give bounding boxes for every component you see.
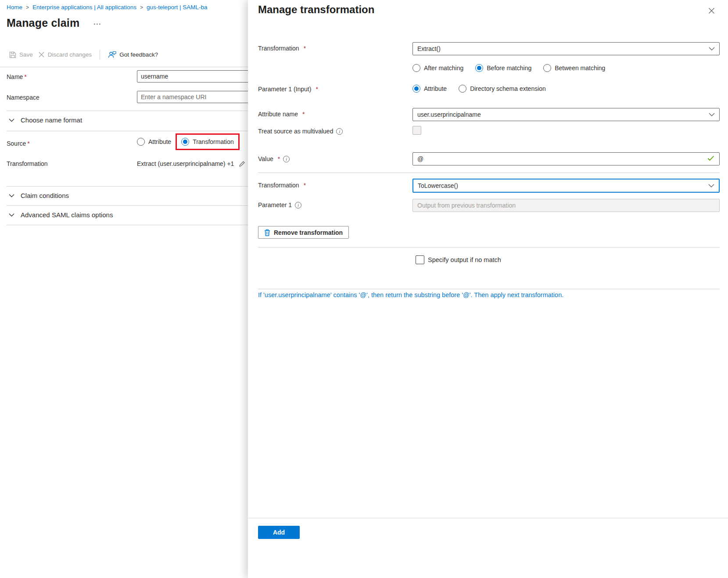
breadcrumb-current-app[interactable]: gus-teleport | SAML-ba [147, 4, 208, 11]
info-icon[interactable]: i [295, 202, 301, 208]
transformation-value: Extract (user.userprincipalname) +1 [137, 160, 245, 167]
edit-pencil-icon[interactable] [239, 161, 245, 167]
required-marker: * [302, 111, 305, 118]
claim-conditions-label: Claim conditions [21, 192, 69, 199]
source-radio-group: Attribute Transformation [137, 133, 240, 150]
transformation1-label: Transformation* [258, 45, 306, 52]
multivalued-checkbox[interactable] [412, 126, 421, 135]
app-root: Home > Enterprise applications | All app… [0, 0, 728, 578]
required-marker: * [24, 73, 26, 80]
info-icon[interactable]: i [283, 156, 290, 162]
discard-changes-button[interactable]: Discard changes [36, 50, 95, 60]
attribute-name-dropdown[interactable]: user.userprincipalname [412, 108, 720, 121]
after-matching-option[interactable]: After matching [412, 64, 463, 72]
radio-selected-icon[interactable] [475, 64, 483, 72]
divider [258, 172, 720, 173]
before-matching-option[interactable]: Before matching [475, 64, 531, 72]
source-option-attribute[interactable]: Attribute [137, 138, 171, 146]
advanced-saml-options-section[interactable]: Advanced SAML claims options [9, 211, 113, 219]
transformation-summary: If 'user.userprincipalname' contains '@'… [258, 291, 701, 298]
required-marker: * [316, 86, 318, 93]
matching-radio-group: After matching Before matching Between m… [412, 64, 605, 72]
required-marker: * [304, 182, 306, 189]
between-matching-option[interactable]: Between matching [543, 64, 605, 72]
discard-label: Discard changes [48, 51, 92, 58]
breadcrumb-enterprise-applications[interactable]: Enterprise applications | All applicatio… [32, 4, 136, 11]
attribute-option[interactable]: Attribute [412, 85, 447, 93]
breadcrumb-separator-icon: > [26, 4, 29, 11]
parameter1-field [412, 199, 720, 212]
choose-name-format-section[interactable]: Choose name format [9, 116, 82, 124]
divider [7, 186, 248, 187]
footer-divider [248, 518, 728, 518]
namespace-label: Namespace [7, 94, 39, 101]
divider [7, 205, 248, 206]
close-icon [708, 7, 715, 14]
required-marker: * [304, 45, 306, 52]
save-button[interactable]: Save [7, 50, 36, 60]
breadcrumb-home[interactable]: Home [7, 4, 22, 11]
transformation1-value: Extract() [417, 45, 709, 52]
close-panel-button[interactable] [706, 5, 717, 16]
source-transformation-label: Transformation [193, 138, 234, 145]
info-icon[interactable]: i [336, 128, 343, 135]
remove-transformation-button[interactable]: Remove transformation [258, 226, 349, 239]
value-field [412, 152, 720, 165]
attribute-option-label: Attribute [424, 85, 447, 92]
trash-icon [264, 229, 270, 236]
divider [258, 247, 720, 248]
radio-unselected-icon[interactable] [459, 85, 466, 93]
radio-selected-icon[interactable] [181, 138, 189, 146]
page-header: Manage claim ··· [7, 17, 101, 29]
value-input[interactable] [412, 152, 720, 165]
attribute-name-value: user.userprincipalname [417, 111, 709, 118]
chevron-down-icon [708, 184, 714, 188]
chevron-down-icon [709, 47, 715, 51]
directory-schema-extension-option[interactable]: Directory schema extension [459, 85, 546, 93]
command-bar: Save Discard changes Got feedback? [7, 49, 161, 60]
advanced-saml-options-label: Advanced SAML claims options [21, 211, 113, 219]
divider [0, 67, 248, 67]
claim-conditions-section[interactable]: Claim conditions [9, 192, 69, 199]
required-marker: * [278, 155, 280, 162]
transformation2-dropdown[interactable]: ToLowercase() [412, 179, 720, 193]
highlight-red-box: Transformation [176, 133, 240, 150]
breadcrumb-separator-icon: > [140, 4, 143, 11]
breadcrumb: Home > Enterprise applications | All app… [7, 4, 208, 11]
got-feedback-button[interactable]: Got feedback? [105, 49, 161, 60]
divider [7, 111, 248, 111]
source-option-transformation[interactable]: Transformation [181, 138, 234, 146]
radio-unselected-icon[interactable] [412, 64, 420, 72]
context-menu-button[interactable]: ··· [93, 20, 101, 29]
parameter1-input-label: Parameter 1 (Input)* [258, 86, 318, 93]
required-marker: * [27, 140, 29, 147]
value-label: Value* i [258, 155, 290, 162]
panel-title: Manage transformation [258, 4, 374, 16]
source-attribute-label: Attribute [148, 138, 171, 145]
choose-name-format-label: Choose name format [21, 116, 82, 124]
page-title: Manage claim [7, 17, 79, 29]
directory-schema-extension-label: Directory schema extension [470, 85, 546, 92]
divider [7, 225, 248, 225]
parameter1-input [412, 199, 720, 212]
radio-selected-icon[interactable] [412, 85, 420, 93]
transformation1-dropdown[interactable]: Extract() [412, 42, 720, 55]
radio-unselected-icon[interactable] [137, 138, 145, 146]
chevron-down-icon [9, 118, 14, 122]
specify-output-checkbox[interactable] [416, 255, 424, 264]
valid-check-icon [707, 155, 714, 161]
discard-icon [38, 51, 45, 58]
feedback-icon [108, 51, 116, 58]
transformation2-label: Transformation* [258, 182, 306, 189]
radio-unselected-icon[interactable] [543, 64, 551, 72]
divider [258, 289, 720, 289]
parameter1-label: Parameter 1 i [258, 201, 301, 208]
chevron-down-icon [709, 113, 715, 117]
save-icon [9, 51, 16, 58]
add-button[interactable]: Add [258, 526, 300, 539]
divider [7, 131, 248, 131]
source-label: Source* [7, 140, 30, 147]
specify-output-label[interactable]: Specify output if no match [428, 256, 501, 263]
feedback-label: Got feedback? [119, 51, 158, 58]
remove-transformation-label: Remove transformation [274, 229, 343, 236]
